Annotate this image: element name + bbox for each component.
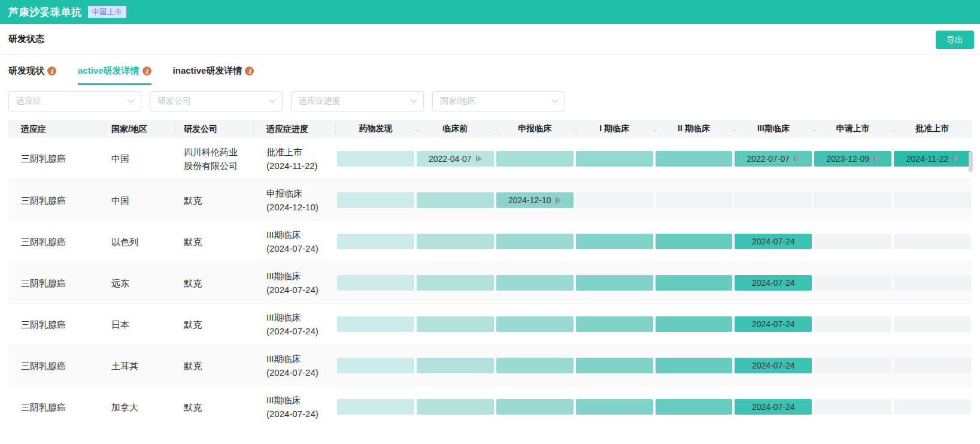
cell-region: 远东 (105, 276, 176, 290)
info-icon[interactable]: i (142, 67, 151, 75)
tab-inactive-rd-details[interactable]: inactive研发详情 i (173, 65, 254, 85)
drug-title: 芦康沙妥珠单抗 (8, 5, 82, 19)
chevron-down-icon (410, 96, 417, 103)
phase-bar-milestone[interactable]: 2023-12-09 (814, 151, 891, 167)
table-body: 三阴乳腺癌 中国 四川科伦药业股份有限公司 批准上市 (2024-11-22) … (8, 138, 972, 427)
tab-rd-status[interactable]: 研发现状 i (8, 65, 56, 85)
info-icon[interactable]: i (245, 67, 254, 75)
phase-bar (656, 151, 733, 167)
phase-bar (337, 358, 414, 373)
cell-indication: 三阴乳腺癌 (8, 194, 105, 207)
cell-company: 默克 (176, 235, 254, 249)
expand-play-icon[interactable] (556, 197, 562, 203)
expand-play-icon[interactable] (873, 156, 879, 162)
export-button[interactable]: 导出 (936, 31, 974, 49)
milestone-date: 2023-12-09 (826, 154, 869, 164)
filter-indication-select[interactable]: 适应症 (8, 91, 141, 111)
cell-company: 默克 (176, 400, 254, 414)
phase-column-header: 临床前→ (415, 123, 495, 134)
expand-play-icon[interactable] (794, 156, 800, 162)
tab-bar: 研发现状 i active研发详情 i inactive研发详情 i (0, 55, 980, 85)
phase-bar (894, 399, 971, 415)
phase-bar (894, 192, 971, 208)
pipeline-table: 适应症 国家/地区 研发公司 适应症进度 药物发现→临床前→申报临床→I 期临床… (8, 120, 972, 427)
phase-bar (417, 192, 494, 208)
table-row: 三阴乳腺癌 加拿大 默克 III期临床 (2024-07-24) 2024-07… (8, 386, 972, 427)
phase-bar (337, 192, 414, 208)
phase-bar-milestone[interactable]: 2024-07-24 (735, 316, 812, 332)
progress-date: (2024-07-24) (266, 324, 336, 338)
chevron-down-icon (128, 96, 134, 103)
phase-bar (337, 275, 414, 291)
cell-progress: III期临床 (2024-07-24) (254, 228, 336, 255)
cell-company: 默克 (176, 194, 254, 207)
phase-column-header: 批准上市 (893, 123, 972, 134)
phase-bar (656, 316, 733, 332)
phase-bar-milestone[interactable]: 2022-04-07 (417, 151, 494, 167)
phase-column-header: II 期临床→ (654, 123, 734, 134)
milestone-date: 2024-07-24 (752, 361, 795, 370)
tab-label: active研发详情 (78, 65, 139, 77)
milestone-date: 2024-07-24 (752, 237, 795, 246)
table-row: 三阴乳腺癌 土耳其 默克 III期临床 (2024-07-24) 2024-07… (8, 345, 972, 386)
progress-stage: 申报临床 (266, 186, 336, 200)
phase-bar (576, 234, 653, 249)
progress-stage: III期临床 (266, 393, 336, 407)
phase-column-header: 药物发现→ (336, 123, 415, 134)
milestone-date: 2024-07-24 (752, 278, 795, 288)
cell-progress: III期临床 (2024-07-24) (254, 352, 336, 379)
cell-indication: 三阴乳腺癌 (8, 400, 105, 414)
phase-bar-milestone[interactable]: 2024-12-10 (496, 192, 574, 208)
phase-bar (576, 399, 653, 415)
expand-play-icon[interactable] (952, 156, 958, 162)
phase-bar (735, 192, 812, 208)
expand-play-icon[interactable] (476, 156, 482, 162)
milestone-date: 2022-04-07 (429, 154, 472, 164)
vertical-scrollbar[interactable] (969, 152, 973, 172)
phase-bar (496, 358, 574, 373)
cell-region: 以色列 (105, 235, 176, 249)
cell-company: 默克 (176, 276, 254, 290)
phase-bar (814, 192, 891, 208)
cell-progress: III期临床 (2024-07-24) (254, 269, 336, 297)
phase-bar (894, 275, 971, 291)
phase-bar (894, 358, 971, 373)
phase-bar (814, 358, 891, 373)
chevron-down-icon (551, 96, 558, 103)
phase-bar-milestone[interactable]: 2024-07-24 (735, 275, 812, 291)
progress-stage: 批准上市 (266, 145, 336, 159)
table-header-row: 适应症 国家/地区 研发公司 适应症进度 药物发现→临床前→申报临床→I 期临床… (8, 120, 972, 138)
phase-bar-milestone[interactable]: 2024-07-24 (735, 234, 812, 249)
cell-region: 日本 (105, 318, 176, 331)
cell-region: 土耳其 (105, 359, 176, 373)
filter-progress-select[interactable]: 适应症进度 (291, 91, 424, 111)
table-row: 三阴乳腺癌 以色列 默克 III期临床 (2024-07-24) 2024-07… (8, 221, 972, 262)
table-row: 三阴乳腺癌 中国 四川科伦药业股份有限公司 批准上市 (2024-11-22) … (8, 138, 972, 179)
table-row: 三阴乳腺癌 中国 默克 申报临床 (2024-12-10) 2024-12-10 (8, 179, 972, 221)
phase-bar-milestone[interactable]: 2024-07-24 (735, 399, 812, 415)
cell-indication: 三阴乳腺癌 (8, 235, 105, 249)
section-header: 研发状态 导出 (0, 24, 980, 55)
col-header-region: 国家/地区 (105, 123, 176, 135)
phase-bar-milestone[interactable]: 2024-07-24 (735, 358, 812, 373)
phase-column-header: III期临床→ (733, 123, 813, 134)
phase-bar (656, 275, 733, 291)
progress-date: (2024-07-24) (266, 241, 336, 255)
cell-indication: 三阴乳腺癌 (8, 152, 105, 165)
cell-progress: III期临床 (2024-07-24) (254, 393, 336, 421)
phase-bar (576, 192, 653, 208)
progress-date: (2024-07-24) (266, 407, 336, 421)
filter-placeholder: 适应症 (16, 96, 41, 107)
progress-date: (2024-12-10) (266, 200, 336, 214)
tab-active-rd-details[interactable]: active研发详情 i (78, 65, 151, 85)
filter-company-select[interactable]: 研发公司 (150, 91, 283, 111)
table-row: 三阴乳腺癌 日本 默克 III期临床 (2024-07-24) 2024-07-… (8, 303, 972, 345)
chevron-down-icon (269, 96, 275, 103)
phase-bar-milestone[interactable]: 2024-11-22 (894, 151, 971, 167)
info-icon[interactable]: i (47, 67, 56, 75)
tab-label: inactive研发详情 (173, 65, 242, 77)
phase-bar (814, 234, 891, 249)
phase-bar-milestone[interactable]: 2022-07-07 (735, 151, 812, 167)
phase-bar (417, 275, 494, 291)
filter-region-select[interactable]: 国家/地区 (432, 91, 565, 111)
